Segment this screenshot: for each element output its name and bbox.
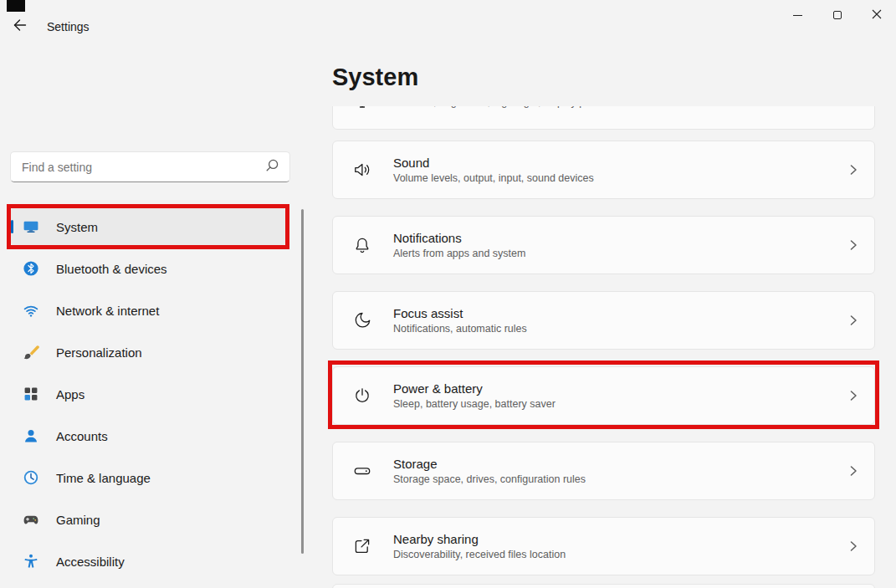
accessibility-person-icon — [23, 553, 39, 570]
sidebar-scrollbar[interactable] — [301, 209, 304, 554]
minimize-button[interactable] — [778, 0, 817, 30]
game-controller-icon — [23, 511, 39, 528]
back-arrow-icon — [13, 18, 28, 36]
card-subtitle: Discoverability, received files location — [393, 549, 566, 560]
chevron-right-icon — [846, 238, 861, 253]
sidebar-item-label: Time & language — [56, 471, 151, 485]
settings-card-list: Sound Volume levels, output, input, soun… — [332, 141, 875, 575]
sidebar-item-bluetooth-devices[interactable]: Bluetooth & devices — [11, 249, 285, 288]
settings-card-bottom-partial[interactable] — [332, 584, 875, 588]
sidebar-item-network-internet[interactable]: Network & internet — [11, 291, 285, 330]
back-button[interactable] — [9, 17, 31, 37]
window-controls — [778, 0, 896, 30]
sound-icon — [352, 160, 372, 180]
settings-card-sound[interactable]: Sound Volume levels, output, input, soun… — [332, 141, 875, 199]
card-subtitle: Volume levels, output, input, sound devi… — [393, 172, 594, 184]
storage-drive-icon — [352, 461, 372, 481]
card-title: Nearby sharing — [393, 532, 566, 546]
search-icon — [265, 158, 279, 176]
bluetooth-icon — [23, 260, 39, 277]
maximize-button[interactable] — [817, 0, 857, 30]
search-box[interactable] — [10, 151, 290, 182]
card-title: Focus assist — [393, 306, 527, 320]
system-icon — [23, 218, 39, 235]
sidebar-item-time-language[interactable]: Time & language — [11, 458, 285, 497]
settings-card-nearby-sharing[interactable]: Nearby sharing Discoverability, received… — [332, 517, 875, 575]
maximize-icon — [833, 11, 842, 19]
sidebar-item-label: Accessibility — [56, 555, 125, 569]
chevron-right-icon — [846, 463, 861, 478]
close-button[interactable] — [857, 0, 896, 30]
sidebar-item-personalization[interactable]: Personalization — [11, 333, 285, 371]
sidebar-item-apps[interactable]: Apps — [11, 375, 285, 413]
sidebar-item-label: Network & internet — [56, 304, 159, 318]
minimize-icon — [793, 15, 802, 16]
sidebar-item-label: Apps — [56, 387, 84, 401]
card-title: Notifications — [393, 231, 525, 245]
chevron-right-icon — [846, 539, 861, 554]
display-icon — [352, 106, 372, 110]
settings-card-display-partial[interactable]: Monitors, brightness, night light, displ… — [332, 106, 875, 130]
page-title: System — [332, 64, 418, 91]
titlebar: Settings — [0, 0, 896, 40]
moon-icon — [352, 310, 372, 330]
window-title: Settings — [47, 20, 90, 33]
sidebar-item-label: Bluetooth & devices — [56, 262, 167, 276]
settings-card-notifications[interactable]: Notifications Alerts from apps and syste… — [332, 216, 875, 274]
sidebar-item-accounts[interactable]: Accounts — [11, 417, 285, 455]
bell-icon — [352, 235, 372, 255]
settings-card-focus-assist[interactable]: Focus assist Notifications, automatic ru… — [332, 291, 875, 350]
sidebar-item-label: Accounts — [56, 429, 108, 443]
apps-grid-icon — [23, 386, 39, 402]
card-title: Power & battery — [393, 381, 556, 396]
wifi-icon — [23, 302, 39, 319]
clock-icon — [23, 469, 39, 486]
power-icon — [352, 386, 372, 406]
sidebar-nav: System Bluetooth & devices Network & int… — [11, 207, 285, 584]
chevron-right-icon — [846, 388, 861, 403]
close-icon — [872, 8, 882, 23]
paintbrush-icon — [23, 344, 39, 360]
chevron-right-icon — [846, 162, 861, 177]
sidebar-item-accessibility[interactable]: Accessibility — [11, 542, 285, 580]
settings-card-storage[interactable]: Storage Storage space, drives, configura… — [332, 442, 875, 500]
sidebar-item-label: System — [56, 220, 98, 234]
sidebar-item-label: Gaming — [56, 513, 100, 527]
settings-card-power-battery[interactable]: Power & battery Sleep, battery usage, ba… — [332, 366, 875, 425]
card-subtitle: Sleep, battery usage, battery saver — [393, 398, 556, 410]
search-input[interactable] — [22, 161, 265, 174]
chevron-right-icon — [846, 313, 861, 328]
card-subtitle: Storage space, drives, configuration rul… — [393, 473, 586, 485]
share-icon — [352, 536, 372, 556]
card-title: Sound — [393, 156, 594, 170]
card-title: Storage — [393, 457, 586, 471]
window-icon-fragment — [7, 0, 25, 12]
card-subtitle: Alerts from apps and system — [393, 248, 525, 259]
sidebar-item-label: Personalization — [56, 345, 142, 360]
sidebar-item-gaming[interactable]: Gaming — [11, 500, 285, 539]
card-subtitle: Notifications, automatic rules — [393, 323, 527, 335]
person-icon — [23, 427, 39, 444]
card-subtitle: Monitors, brightness, night light, displ… — [393, 106, 607, 108]
sidebar-item-system[interactable]: System — [11, 207, 285, 246]
